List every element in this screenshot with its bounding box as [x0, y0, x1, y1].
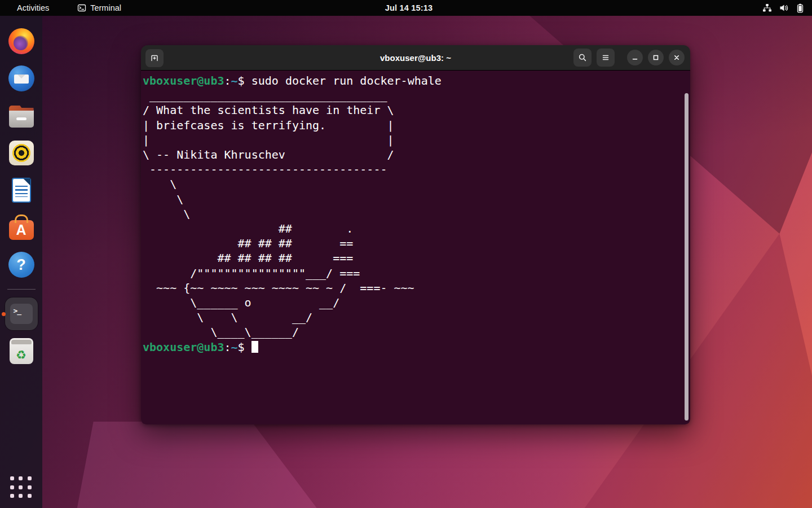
- trash-icon: ♻: [10, 338, 33, 364]
- volume-icon: [779, 3, 789, 12]
- minimize-button[interactable]: [627, 50, 643, 65]
- terminal-scrollbar[interactable]: [685, 93, 689, 421]
- terminal-window: vboxuser@ub3: ~: [141, 45, 690, 424]
- dock-item-thunderbird[interactable]: [0, 60, 42, 97]
- network-icon: [762, 3, 772, 12]
- dock-item-libreoffice[interactable]: [0, 172, 42, 209]
- dock-item-rhythmbox[interactable]: [0, 134, 42, 172]
- dock-item-ubuntu-software[interactable]: A: [0, 209, 42, 246]
- help-icon: ?: [8, 252, 34, 278]
- firefox-icon: [8, 28, 34, 54]
- thunderbird-icon: [8, 65, 34, 91]
- dock-item-files[interactable]: [0, 97, 42, 134]
- ubuntu-software-icon: A: [9, 220, 34, 240]
- dock-item-help[interactable]: ?: [0, 246, 42, 283]
- minimize-icon: [631, 54, 639, 62]
- clock[interactable]: Jul 14 15:13: [385, 0, 433, 16]
- dock-separator: [7, 289, 36, 290]
- prompt-line-current: vboxuser@ub3:~$: [143, 340, 690, 354]
- system-status-area[interactable]: [762, 0, 804, 16]
- terminal-icon: >_: [5, 297, 38, 330]
- files-icon: [9, 108, 34, 128]
- activities-button[interactable]: Activities: [12, 2, 54, 14]
- dock-item-terminal[interactable]: >_: [0, 295, 42, 332]
- prompt-path: ~: [231, 340, 238, 354]
- whale-ascii-output: ___________________________________ / Wh…: [143, 88, 690, 339]
- maximize-button[interactable]: [648, 50, 664, 65]
- maximize-icon: [652, 54, 660, 62]
- terminal-cursor: [251, 341, 258, 353]
- prompt-user-host: vboxuser@ub3: [143, 74, 224, 87]
- new-tab-icon: [150, 54, 159, 63]
- dock-item-firefox[interactable]: [0, 23, 42, 60]
- focused-app-label: Terminal: [90, 3, 121, 12]
- recycle-glyph: ♻: [16, 349, 27, 361]
- terminal-headerbar[interactable]: vboxuser@ub3: ~: [141, 45, 690, 71]
- battery-icon: [796, 3, 804, 13]
- menu-button[interactable]: [597, 49, 615, 67]
- top-bar: Activities Terminal Jul 14 15:13: [0, 0, 812, 16]
- new-tab-button[interactable]: [145, 49, 164, 67]
- dock: A ? >_ ♻: [0, 16, 42, 508]
- search-icon: [578, 53, 587, 62]
- show-applications-button[interactable]: [10, 476, 33, 499]
- command-text: sudo docker run docker-whale: [251, 74, 442, 87]
- close-icon: [673, 54, 681, 62]
- prompt-path: ~: [231, 74, 238, 87]
- prompt-user-host: vboxuser@ub3: [143, 340, 224, 354]
- search-button[interactable]: [573, 49, 592, 67]
- prompt-line: vboxuser@ub3:~$ sudo docker run docker-w…: [143, 73, 690, 88]
- libreoffice-writer-icon: [12, 178, 31, 203]
- hamburger-menu-icon: [601, 53, 610, 62]
- close-button[interactable]: [669, 50, 685, 65]
- terminal-content[interactable]: vboxuser@ub3:~$ sudo docker run docker-w…: [141, 71, 690, 424]
- running-indicator-dot: [2, 312, 6, 316]
- desktop: Activities Terminal Jul 14 15:13: [0, 0, 812, 508]
- rhythmbox-icon: [9, 141, 34, 165]
- focused-app-indicator[interactable]: Terminal: [77, 3, 121, 12]
- dock-item-trash[interactable]: ♻: [0, 332, 42, 370]
- terminal-app-icon: [77, 3, 86, 12]
